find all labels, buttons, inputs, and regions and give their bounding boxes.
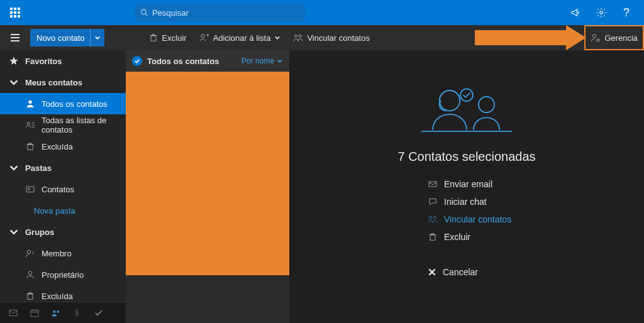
svg-point-20 [460,89,473,101]
svg-line-1 [145,14,147,16]
trash-icon [148,33,158,43]
svg-point-0 [142,9,147,14]
nav-groups[interactable]: Grupos [0,221,126,243]
nav-folders[interactable]: Pastas [0,157,126,178]
new-contact-dropdown[interactable] [90,29,104,47]
chat-icon [428,197,438,207]
search-input[interactable] [152,8,300,18]
sort-label: Por nome [242,57,274,65]
mail-module-button[interactable] [4,304,23,322]
close-icon [428,268,436,276]
nav-folders-label: Pastas [25,163,52,173]
nav-contacts-folder[interactable]: Contatos [0,178,126,200]
svg-point-5 [299,35,302,37]
mail-icon [8,308,18,318]
delete-action[interactable]: Excluir [428,232,511,242]
link-contacts-icon [428,214,438,224]
files-module-button[interactable] [68,304,87,322]
contact-list-title: Todos os contatos [147,57,236,66]
todo-module-button[interactable] [89,304,108,322]
settings-button[interactable] [589,0,614,25]
people-icon [51,308,61,318]
people-module-button[interactable] [47,304,65,322]
nav-member-label: Membro [42,249,72,258]
nav-all-contacts[interactable]: Todos os contatos [0,93,126,114]
detail-pane: 7 Contatos selecionadas Enviar email Ini… [289,50,644,323]
nav-all-contacts-label: Todos os contatos [42,99,108,109]
add-to-list-button[interactable]: Adicionar à lista [193,25,287,50]
svg-point-24 [433,216,436,219]
svg-point-17 [57,310,59,313]
waffle-icon [10,8,20,18]
svg-rect-15 [31,310,38,317]
manage-label: Gerencia [604,33,638,43]
calendar-module-button[interactable] [25,304,44,322]
svg-point-9 [27,122,30,124]
svg-point-23 [430,216,432,219]
send-email-label: Enviar email [444,179,492,189]
start-chat-action[interactable]: Iniciar chat [428,197,511,207]
cancel-action[interactable]: Cancelar [428,267,478,277]
feedback-button[interactable] [564,0,589,25]
new-contact-label: Novo contato [36,33,85,43]
nav-deleted-groups-label: Excluída [42,292,73,301]
search-box[interactable] [135,4,305,21]
cancel-label: Cancelar [443,267,478,277]
svg-point-6 [593,35,596,38]
svg-rect-10 [26,187,34,192]
nav-deleted-groups[interactable]: Excluída [0,285,126,302]
nav-groups-label: Grupos [25,227,54,237]
chevron-down-icon [9,227,19,237]
left-nav: Favoritos Meus contatos Todos os contato… [0,50,126,302]
top-bar: ? [0,0,644,25]
nav-new-folder[interactable]: Nova pasta [0,200,126,221]
svg-point-11 [28,189,30,190]
star-icon [9,56,19,66]
calendar-icon [30,308,40,318]
nav-my-contacts[interactable]: Meus contatos [0,72,126,93]
nav-all-lists-label: Todas as listas de contatos [42,116,117,134]
mail-icon [428,179,438,189]
svg-rect-22 [429,182,436,187]
nav-new-folder-label: Nova pasta [34,206,75,216]
help-button[interactable]: ? [614,0,639,25]
nav-owner-label: Proprietário [42,270,84,280]
svg-point-18 [440,90,460,111]
link-contacts-button[interactable]: Vincular contatos [287,25,376,50]
add-to-list-dropdown[interactable] [274,33,280,43]
svg-point-8 [28,101,31,104]
selection-count-title: 7 Contatos selecionadas [397,150,535,164]
svg-point-2 [600,11,603,14]
hamburger-icon [11,34,19,41]
person-icon [25,99,35,109]
app-launcher-button[interactable] [5,3,25,23]
nav-owner[interactable]: Proprietário [0,264,126,285]
svg-point-19 [479,97,494,112]
selection-actions: Enviar email Iniciar chat Vincular conta… [428,179,511,242]
list-add-icon [199,33,209,43]
nav-deleted-label: Excluída [42,142,73,151]
svg-point-3 [201,35,204,38]
nav-deleted[interactable]: Excluída [0,136,126,157]
command-toolbar: Novo contato Excluir Adicionar à lista V… [0,25,644,50]
nav-member[interactable]: Membro [0,243,126,264]
person-gear-icon [591,33,601,43]
module-switcher [0,302,126,323]
delete-action-label: Excluir [444,232,470,242]
new-contact-button[interactable]: Novo contato [30,29,104,47]
megaphone-icon [570,7,582,18]
manage-button[interactable]: Gerencia [584,25,644,50]
select-all-checkbox[interactable] [132,56,142,66]
nav-all-lists[interactable]: Todas as listas de contatos [0,114,126,136]
nav-favorites[interactable]: Favoritos [0,50,126,72]
delete-label: Excluir [162,33,187,43]
folder-icon [25,184,35,194]
attachment-icon [72,308,82,318]
sort-button[interactable]: Por nome [242,57,283,65]
svg-point-4 [295,35,297,37]
link-contacts-action[interactable]: Vincular contatos [428,214,511,224]
start-chat-label: Iniciar chat [444,197,487,207]
nav-toggle-button[interactable] [5,28,25,48]
send-email-action[interactable]: Enviar email [428,179,511,189]
delete-button[interactable]: Excluir [142,25,193,50]
